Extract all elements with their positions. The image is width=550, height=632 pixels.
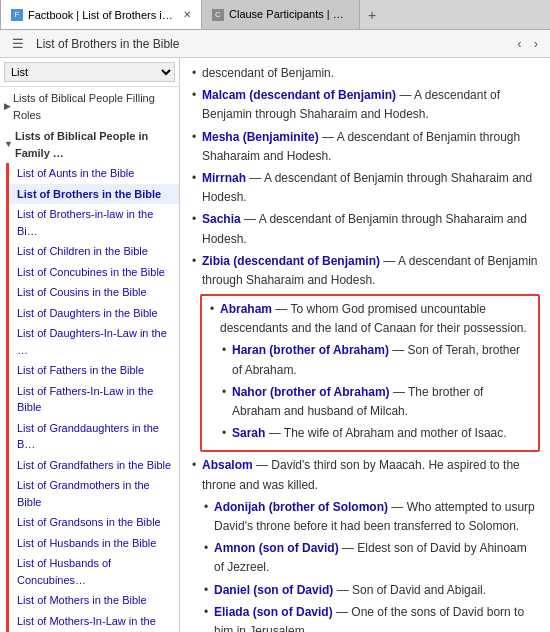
menu-button[interactable]: ☰ bbox=[8, 34, 28, 53]
tree-group-family-label: Lists of Biblical People in Family … bbox=[15, 128, 175, 161]
content-malcam: Malcam (descendant of Benjamin) — A desc… bbox=[190, 86, 540, 124]
sidebar-item-fathers[interactable]: List of Fathers in the Bible bbox=[9, 360, 179, 381]
content-abraham: Abraham — To whom God promised uncountab… bbox=[208, 300, 532, 338]
toolbar: ☰ List of Brothers in the Bible ‹ › bbox=[0, 30, 550, 58]
link-eliada[interactable]: Eliada (son of David) bbox=[214, 605, 333, 619]
content-mirrnah: Mirrnah — A descendant of Benjamin throu… bbox=[190, 169, 540, 207]
nav-left-button[interactable]: ‹ bbox=[513, 34, 525, 53]
tab-clause-label: Clause Participants | אברם bbox=[229, 8, 349, 21]
content-area[interactable]: descendant of Benjamin. Malcam (descenda… bbox=[180, 58, 550, 632]
tab-clause-favicon: C bbox=[212, 9, 224, 21]
nav-right-button[interactable]: › bbox=[530, 34, 542, 53]
sidebar-item-brothers[interactable]: List of Brothers in the Bible bbox=[9, 184, 179, 205]
sidebar-item-grandmothers[interactable]: List of Grandmothers in the Bible bbox=[9, 475, 179, 512]
content-zibia: Zibia (descendant of Benjamin) — A desce… bbox=[190, 252, 540, 290]
link-daniel[interactable]: Daniel (son of David) bbox=[214, 583, 333, 597]
link-mirrnah[interactable]: Mirrnah bbox=[202, 171, 246, 185]
content-intro-line1: descendant of Benjamin. bbox=[190, 64, 540, 83]
link-sarah[interactable]: Sarah bbox=[232, 426, 265, 440]
sidebar-item-grandfathers[interactable]: List of Grandfathers in the Bible bbox=[9, 455, 179, 476]
sidebar: List ▶ Lists of Biblical People Filling … bbox=[0, 58, 180, 632]
main-layout: List ▶ Lists of Biblical People Filling … bbox=[0, 58, 550, 632]
tab-clause[interactable]: C Clause Participants | אברם bbox=[202, 0, 360, 29]
content-haran: Haran (brother of Abraham) — Son of Tera… bbox=[208, 341, 532, 379]
link-abraham[interactable]: Abraham bbox=[220, 302, 272, 316]
sidebar-item-granddaughters[interactable]: List of Granddaughters in the B… bbox=[9, 418, 179, 455]
link-malcam[interactable]: Malcam (descendant of Benjamin) bbox=[202, 88, 396, 102]
toolbar-title: List of Brothers in the Bible bbox=[32, 37, 509, 51]
sidebar-item-husbands-concubines[interactable]: List of Husbands of Concubines… bbox=[9, 553, 179, 590]
tree-family-children: List of Aunts in the Bible List of Broth… bbox=[6, 163, 179, 632]
tab-factbook-label: Factbook | List of Brothers in the Bible bbox=[28, 9, 178, 21]
highlight-box: Abraham — To whom God promised uncountab… bbox=[200, 294, 540, 452]
content-adonijah: Adonijah (brother of Solomon) — Who atte… bbox=[190, 498, 540, 536]
chevron-icon: ▼ bbox=[4, 138, 13, 152]
link-mesha[interactable]: Mesha (Benjaminite) bbox=[202, 130, 319, 144]
content-amnon: Amnon (son of David) — Eldest son of Dav… bbox=[190, 539, 540, 577]
link-nahor[interactable]: Nahor (brother of Abraham) bbox=[232, 385, 390, 399]
sidebar-item-children[interactable]: List of Children in the Bible bbox=[9, 241, 179, 262]
content-eliada: Eliada (son of David) — One of the sons … bbox=[190, 603, 540, 632]
sidebar-item-mothers[interactable]: List of Mothers in the Bible bbox=[9, 590, 179, 611]
sidebar-item-grandsons[interactable]: List of Grandsons in the Bible bbox=[9, 512, 179, 533]
content-sarah-desc: — The wife of Abraham and mother of Isaa… bbox=[269, 426, 507, 440]
content-sachia: Sachia — A descendant of Benjamin throug… bbox=[190, 210, 540, 248]
sidebar-item-fathers-in-law[interactable]: List of Fathers-In-Law in the Bible bbox=[9, 381, 179, 418]
sidebar-item-concubines[interactable]: List of Concubines in the Bible bbox=[9, 262, 179, 283]
sidebar-search-select[interactable]: List bbox=[4, 62, 175, 82]
content-daniel: Daniel (son of David) — Son of David and… bbox=[190, 581, 540, 600]
tree-group-filling-roles[interactable]: ▶ Lists of Biblical People Filling Roles bbox=[0, 87, 179, 125]
tab-bar: F Factbook | List of Brothers in the Bib… bbox=[0, 0, 550, 30]
link-sachia[interactable]: Sachia bbox=[202, 212, 241, 226]
tab-factbook-close[interactable]: ✕ bbox=[183, 9, 191, 20]
sidebar-search-area: List bbox=[0, 58, 179, 87]
tab-add-button[interactable]: + bbox=[360, 7, 384, 23]
link-adonijah[interactable]: Adonijah (brother of Solomon) bbox=[214, 500, 388, 514]
sidebar-item-daughters-in-law[interactable]: List of Daughters-In-Law in the … bbox=[9, 323, 179, 360]
sidebar-item-mothers-in-law[interactable]: List of Mothers-In-Law in the Bi… bbox=[9, 611, 179, 633]
link-zibia[interactable]: Zibia (descendant of Benjamin) bbox=[202, 254, 380, 268]
content-mesha: Mesha (Benjaminite) — A descendant of Be… bbox=[190, 128, 540, 166]
sidebar-item-husbands[interactable]: List of Husbands in the Bible bbox=[9, 533, 179, 554]
content-nahor: Nahor (brother of Abraham) — The brother… bbox=[208, 383, 532, 421]
sidebar-item-brothers-in-law[interactable]: List of Brothers-in-law in the Bi… bbox=[9, 204, 179, 241]
tab-factbook[interactable]: F Factbook | List of Brothers in the Bib… bbox=[0, 0, 202, 29]
content-absalom: Absalom — David's third son by Maacah. H… bbox=[190, 456, 540, 494]
chevron-icon: ▶ bbox=[4, 100, 11, 114]
sidebar-item-aunts[interactable]: List of Aunts in the Bible bbox=[9, 163, 179, 184]
sidebar-item-daughters[interactable]: List of Daughters in the Bible bbox=[9, 303, 179, 324]
tab-factbook-favicon: F bbox=[11, 9, 23, 21]
sidebar-tree: ▶ Lists of Biblical People Filling Roles… bbox=[0, 87, 179, 632]
tree-group-family[interactable]: ▼ Lists of Biblical People in Family … bbox=[0, 125, 179, 163]
link-absalom[interactable]: Absalom bbox=[202, 458, 253, 472]
sidebar-item-cousins[interactable]: List of Cousins in the Bible bbox=[9, 282, 179, 303]
link-amnon[interactable]: Amnon (son of David) bbox=[214, 541, 339, 555]
tree-group-filling-roles-label: Lists of Biblical People Filling Roles bbox=[13, 90, 175, 123]
content-sarah: Sarah — The wife of Abraham and mother o… bbox=[208, 424, 532, 443]
link-haran[interactable]: Haran (brother of Abraham) bbox=[232, 343, 389, 357]
